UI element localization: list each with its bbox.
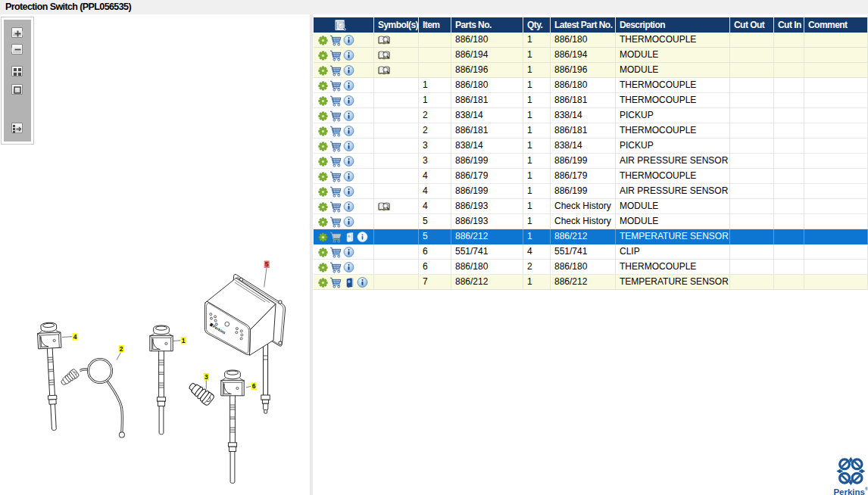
svg-text:2: 2 (120, 345, 123, 353)
svg-text:5: 5 (265, 260, 269, 268)
svg-text:6: 6 (252, 382, 256, 390)
svg-text:4: 4 (73, 333, 77, 341)
svg-text:1: 1 (182, 337, 186, 344)
svg-text:3: 3 (205, 373, 208, 381)
